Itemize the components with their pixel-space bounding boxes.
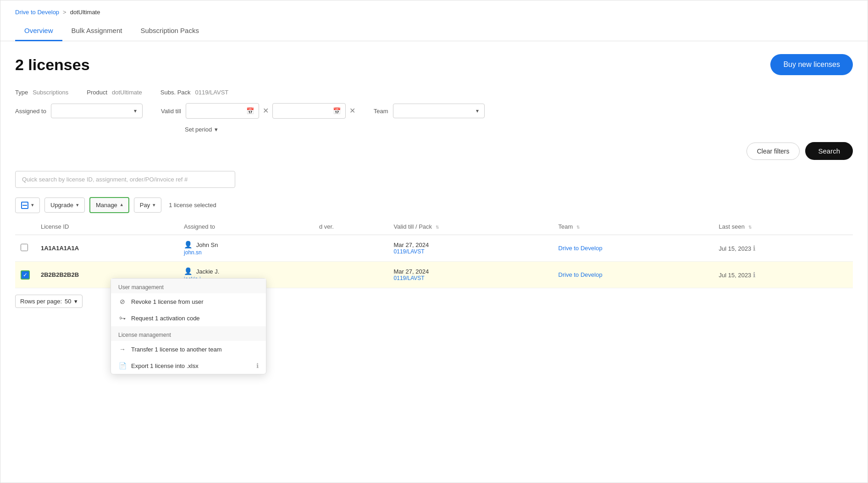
filter-product: Product dotUltimate: [87, 89, 142, 96]
rows-per-page-label: Rows per page:: [20, 298, 62, 305]
filter-valid-till: Valid till 📅 ✕ 📅 ✕: [161, 103, 355, 119]
row1-team-link[interactable]: Drive to Develop: [558, 245, 603, 252]
select-chevron-icon: ▾: [31, 202, 34, 208]
tab-overview[interactable]: Overview: [15, 21, 62, 41]
search-button[interactable]: Search: [805, 142, 853, 160]
pay-label: Pay: [140, 202, 150, 209]
filter-subs-pack: Subs. Pack 0119/LAVST: [160, 89, 229, 96]
table-row: 1A1A1A1A1A 👤 John Sn john.sn Mar 27, 202…: [15, 235, 853, 262]
type-label: Type: [15, 89, 28, 96]
rows-per-page-value: 50: [65, 298, 71, 305]
activation-label: Request 1 activation code: [131, 315, 259, 322]
breadcrumb-separator: >: [63, 9, 66, 16]
th-product-ver: d ver.: [314, 219, 388, 235]
tabs-nav: Overview Bulk Assignment Subscription Pa…: [0, 21, 868, 41]
row2-last-seen-cell: Jul 15, 2023 ℹ: [713, 262, 853, 288]
set-period-chevron-icon: ▾: [215, 126, 218, 133]
filter-assigned-to: Assigned to ▾: [15, 104, 143, 118]
th-team: Team ⇅: [553, 219, 713, 235]
row2-checkmark-icon: ✓: [23, 272, 28, 278]
upgrade-button[interactable]: Upgrade ▾: [44, 198, 85, 213]
clear-date-from-button[interactable]: ✕: [263, 107, 269, 115]
dropdown-item-activation[interactable]: 🗝 Request 1 activation code: [111, 310, 266, 326]
row2-checkbox-cell: ✓: [15, 262, 35, 288]
tab-bulk-assignment[interactable]: Bulk Assignment: [62, 21, 132, 41]
clear-date-to-button[interactable]: ✕: [349, 107, 355, 115]
team-chevron-icon: ▾: [476, 108, 479, 114]
calendar-from-icon: 📅: [246, 107, 254, 115]
row1-checkbox[interactable]: [21, 244, 28, 251]
upgrade-chevron-icon: ▾: [76, 202, 79, 208]
clear-filters-button[interactable]: Clear filters: [746, 143, 800, 160]
th-last-seen: Last seen ⇅: [713, 219, 853, 235]
row1-user-icon: 👤: [184, 241, 193, 248]
row1-last-seen: Jul 15, 2023: [719, 245, 752, 252]
calendar-to-icon: 📅: [333, 107, 341, 115]
set-period-label: Set period: [185, 126, 212, 133]
product-label: Product: [87, 89, 107, 96]
row1-info-icon[interactable]: ℹ: [753, 244, 756, 252]
row1-product-ver-cell: [314, 235, 388, 262]
th-checkbox: [15, 219, 35, 235]
last-seen-sort-icon[interactable]: ⇅: [748, 225, 752, 230]
breadcrumb: Drive to Develop > dotUltimate: [0, 0, 868, 21]
breadcrumb-current: dotUltimate: [70, 9, 100, 16]
filter-type: Type Subscriptions: [15, 89, 68, 96]
manage-button[interactable]: Manage ▾: [89, 197, 129, 213]
manage-chevron-icon: ▾: [120, 202, 123, 208]
row2-user-name: Jackie J.: [196, 268, 220, 275]
tab-subscription-packs[interactable]: Subscription Packs: [131, 21, 208, 41]
select-indeterminate-checkbox[interactable]: [21, 202, 28, 209]
filters-section: Type Subscriptions Product dotUltimate S…: [0, 84, 868, 137]
th-license-id: License ID: [35, 219, 178, 235]
dropdown-section-user-management: User management: [111, 279, 266, 293]
row2-team-link[interactable]: Drive to Develop: [558, 271, 603, 278]
row1-user-name: John Sn: [196, 242, 218, 248]
dropdown-item-revoke[interactable]: ⊘ Revoke 1 license from user: [111, 293, 266, 310]
rows-per-page-chevron-icon: ▾: [74, 298, 77, 305]
row2-valid-date: Mar 27, 2024: [394, 268, 547, 275]
row1-user-cell: 👤 John Sn john.sn: [178, 235, 314, 262]
filter-actions: Clear filters Search: [0, 137, 868, 167]
row1-user-email[interactable]: john.sn: [184, 249, 202, 256]
assigned-to-chevron-icon: ▾: [134, 108, 137, 114]
row1-valid-till-cell: Mar 27, 2024 0119/LAVST: [388, 235, 553, 262]
rows-per-page-select[interactable]: Rows per page: 50 ▾: [15, 295, 83, 308]
valid-till-sort-icon[interactable]: ⇅: [436, 225, 439, 230]
valid-till-label: Valid till: [161, 108, 181, 115]
buy-licenses-button[interactable]: Buy new licenses: [770, 54, 853, 75]
team-select[interactable]: ▾: [393, 104, 485, 118]
export-info-icon[interactable]: ℹ: [256, 362, 259, 369]
subs-pack-value: 0119/LAVST: [195, 89, 229, 96]
row1-last-seen-cell: Jul 15, 2023 ℹ: [713, 235, 853, 262]
team-sort-icon[interactable]: ⇅: [576, 225, 580, 230]
date-to-input[interactable]: 📅: [272, 103, 346, 119]
set-period-button[interactable]: Set period ▾: [185, 126, 853, 133]
row1-pack-link[interactable]: 0119/LAVST: [394, 248, 547, 255]
quick-search-input[interactable]: [15, 171, 235, 188]
team-label: Team: [374, 108, 388, 115]
row2-user-icon: 👤: [184, 267, 193, 275]
assigned-to-select[interactable]: ▾: [51, 104, 143, 118]
row1-team-cell: Drive to Develop: [553, 235, 713, 262]
toolbar: ▾ Upgrade ▾ Manage ▾ Pay ▾ 1 license sel…: [0, 193, 868, 219]
pay-button[interactable]: Pay ▾: [134, 198, 161, 213]
row1-license-id: 1A1A1A1A1A: [41, 245, 79, 252]
date-from-input[interactable]: 📅: [186, 103, 259, 119]
dropdown-item-export[interactable]: 📄 Export 1 license into .xlsx ℹ: [111, 357, 266, 374]
select-button[interactable]: ▾: [15, 198, 40, 213]
dropdown-item-transfer[interactable]: → Transfer 1 license to another team: [111, 341, 266, 357]
manage-dropdown-menu: User management ⊘ Revoke 1 license from …: [111, 278, 266, 374]
th-valid-till: Valid till / Pack ⇅: [388, 219, 553, 235]
filter-row-1: Type Subscriptions Product dotUltimate S…: [15, 89, 853, 96]
pay-chevron-icon: ▾: [153, 202, 155, 208]
filter-row-2: Assigned to ▾ Valid till 📅 ✕: [15, 103, 853, 119]
row2-checkbox[interactable]: ✓: [21, 270, 30, 280]
breadcrumb-parent[interactable]: Drive to Develop: [15, 9, 59, 16]
row1-valid-date: Mar 27, 2024: [394, 242, 547, 248]
quick-search-row: [0, 167, 868, 193]
row2-license-id: 2B2B2B2B2B: [41, 271, 79, 278]
row2-info-icon[interactable]: ℹ: [753, 271, 756, 279]
row2-last-seen: Jul 15, 2023: [719, 272, 752, 279]
row2-pack-link[interactable]: 0119/LAVST: [394, 275, 547, 281]
